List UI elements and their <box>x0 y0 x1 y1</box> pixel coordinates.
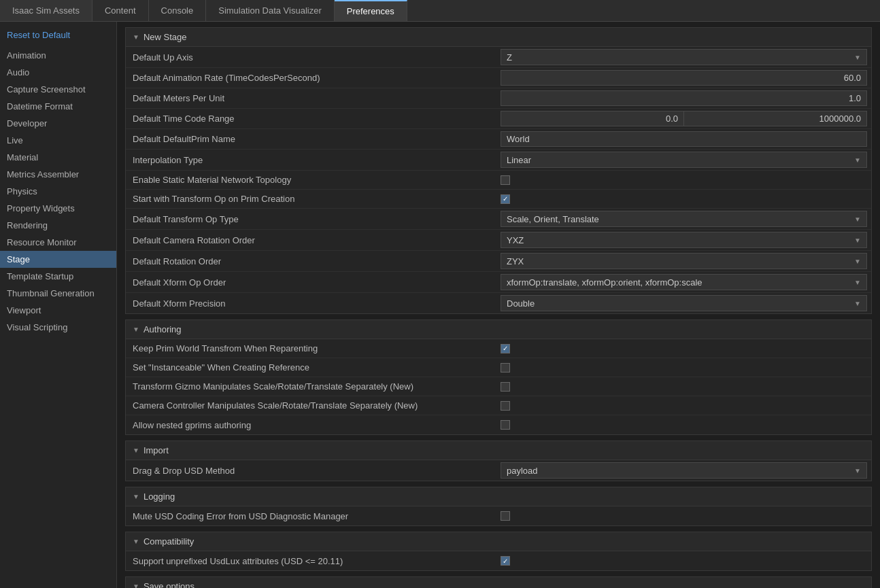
section-new_stage: ▼New StageDefault Up AxisZ▼Default Anima… <box>125 27 872 314</box>
section-import: ▼ImportDrag & Drop USD Methodpayload▼ <box>125 440 872 481</box>
sidebar-item-visual-scripting[interactable]: Visual Scripting <box>0 319 116 336</box>
checkbox[interactable] <box>501 556 510 566</box>
pref-row: Support unprefixed UsdLux attributes (US… <box>126 551 871 570</box>
pref-label: Default Xform Precision <box>126 296 496 311</box>
dropdown-default-rotation-order[interactable]: ZYX▼ <box>501 253 867 269</box>
pref-row: Default Time Code Range0.01000000.0 <box>126 109 871 129</box>
dropdown-arrow-icon: ▼ <box>854 156 861 164</box>
sidebar-item-viewport[interactable]: Viewport <box>0 302 116 319</box>
number-input[interactable]: 1.0 <box>501 90 867 106</box>
sidebar-item-resource-monitor[interactable]: Resource Monitor <box>0 234 116 251</box>
pref-label: Support unprefixed UsdLux attributes (US… <box>126 553 496 569</box>
tab-preferences[interactable]: Preferences <box>335 0 407 21</box>
pref-label: Default DefaultPrim Name <box>126 131 496 147</box>
pref-label: Keep Prim World Transfrom When Reparenti… <box>126 341 496 356</box>
dropdown-drag-&-drop-usd-method[interactable]: payload▼ <box>501 462 867 479</box>
text-input[interactable]: World <box>501 131 867 147</box>
pref-label: Default Meters Per Unit <box>126 90 496 106</box>
section-header-new_stage[interactable]: ▼New Stage <box>126 28 871 47</box>
pref-row: Allow nested gprims authoring <box>126 415 871 434</box>
pref-row: Default Meters Per Unit1.0 <box>126 88 871 109</box>
checkbox[interactable] <box>501 194 510 204</box>
pref-value: xformOp:translate, xformOp:orient, xform… <box>496 272 871 292</box>
split-input-start[interactable]: 0.0 <box>501 111 683 126</box>
pref-row: Default Animation Rate (TimeCodesPerSeco… <box>126 68 871 88</box>
section-title: Logging <box>143 491 175 502</box>
checkbox[interactable] <box>501 344 510 353</box>
section-header-authoring[interactable]: ▼Authoring <box>126 320 871 339</box>
pref-label: Default Xform Op Order <box>126 275 496 290</box>
tab-simulation-data-visualizer[interactable]: Simulation Data Visualizer <box>206 0 335 21</box>
sidebar-item-developer[interactable]: Developer <box>0 115 116 132</box>
section-title: Import <box>143 445 169 455</box>
sidebar-item-rendering[interactable]: Rendering <box>0 217 116 234</box>
sidebar-item-animation[interactable]: Animation <box>0 47 116 64</box>
pref-label: Default Animation Rate (TimeCodesPerSeco… <box>126 70 496 86</box>
pref-row: Camera Controller Manipulates Scale/Rota… <box>126 396 871 415</box>
sidebar-item-physics[interactable]: Physics <box>0 183 116 200</box>
dropdown-default-transform-op-type[interactable]: Scale, Orient, Translate▼ <box>501 211 867 227</box>
sidebar-item-property-widgets[interactable]: Property Widgets <box>0 200 116 217</box>
pref-value: 60.0 <box>496 68 871 88</box>
sidebar-item-capture-screenshot[interactable]: Capture Screenshot <box>0 81 116 98</box>
number-input[interactable]: 60.0 <box>501 70 867 86</box>
checkbox[interactable] <box>501 175 510 185</box>
section-title: Save options <box>143 581 194 588</box>
pref-label: Default Rotation Order <box>126 254 496 269</box>
pref-label: Enable Static Material Network Topology <box>126 172 496 188</box>
dropdown-arrow-icon: ▼ <box>854 54 861 61</box>
dropdown-default-xform-precision[interactable]: Double▼ <box>501 295 867 311</box>
collapse-arrow-icon: ▼ <box>133 493 139 500</box>
reset-to-default-button[interactable]: Reset to Default <box>0 26 116 47</box>
dropdown-arrow-icon: ▼ <box>854 258 861 265</box>
pref-value <box>496 173 871 187</box>
sidebar-item-thumbnail-generation[interactable]: Thumbnail Generation <box>0 285 116 302</box>
dropdown-arrow-icon: ▼ <box>854 215 861 223</box>
checkbox[interactable] <box>501 420 510 430</box>
checkbox[interactable] <box>501 382 510 392</box>
dropdown-default-up-axis[interactable]: Z▼ <box>501 49 867 65</box>
pref-row: Enable Static Material Network Topology <box>126 171 871 190</box>
checkbox[interactable] <box>501 401 510 411</box>
collapse-arrow-icon: ▼ <box>133 447 139 454</box>
dropdown-value: payload <box>507 466 538 476</box>
sidebar-item-live[interactable]: Live <box>0 132 116 149</box>
checkbox[interactable] <box>501 511 510 521</box>
tab-console[interactable]: Console <box>149 0 207 21</box>
dropdown-value: xformOp:translate, xformOp:orient, xform… <box>507 277 703 288</box>
pref-label: Default Up Axis <box>126 50 496 65</box>
section-header-import[interactable]: ▼Import <box>126 441 871 460</box>
section-header-save_options[interactable]: ▼Save options <box>126 577 871 588</box>
sidebar-item-audio[interactable]: Audio <box>0 64 116 81</box>
dropdown-default-camera-rotation-order[interactable]: YXZ▼ <box>501 232 867 248</box>
pref-value <box>496 361 871 375</box>
pref-label: Default Transform Op Type <box>126 211 496 227</box>
checkbox[interactable] <box>501 363 510 373</box>
pref-value <box>496 418 871 432</box>
pref-value: ZYX▼ <box>496 251 871 271</box>
sidebar-item-metrics-assembler[interactable]: Metrics Assembler <box>0 166 116 183</box>
sidebar-item-material[interactable]: Material <box>0 149 116 166</box>
collapse-arrow-icon: ▼ <box>133 538 139 545</box>
content-area: Reset to Default AnimationAudioCapture S… <box>0 22 880 588</box>
pref-row: Default Rotation OrderZYX▼ <box>126 251 871 272</box>
pref-value: 0.01000000.0 <box>496 109 871 128</box>
section-header-logging[interactable]: ▼Logging <box>126 487 871 506</box>
checkbox-wrap <box>501 382 510 392</box>
pref-label: Drag & Drop USD Method <box>126 463 496 479</box>
sidebar-item-stage[interactable]: Stage <box>0 251 116 268</box>
section-title: Authoring <box>143 324 182 334</box>
tab-isaac-sim-assets[interactable]: Isaac Sim Assets <box>0 0 92 21</box>
sidebar-item-template-startup[interactable]: Template Startup <box>0 268 116 285</box>
checkbox-wrap <box>501 344 510 353</box>
dropdown-value: YXZ <box>507 235 524 245</box>
pref-value: 1.0 <box>496 88 871 108</box>
tab-content[interactable]: Content <box>92 0 149 21</box>
section-title: New Stage <box>143 32 187 42</box>
dropdown-default-xform-op-order[interactable]: xformOp:translate, xformOp:orient, xform… <box>501 274 867 290</box>
split-input-end[interactable]: 1000000.0 <box>683 111 867 126</box>
section-header-compatibility[interactable]: ▼Compatibility <box>126 532 871 551</box>
dropdown-interpolation-type[interactable]: Linear▼ <box>501 152 867 168</box>
sidebar-item-datetime-format[interactable]: Datetime Format <box>0 98 116 115</box>
pref-row: Default Up AxisZ▼ <box>126 47 871 68</box>
